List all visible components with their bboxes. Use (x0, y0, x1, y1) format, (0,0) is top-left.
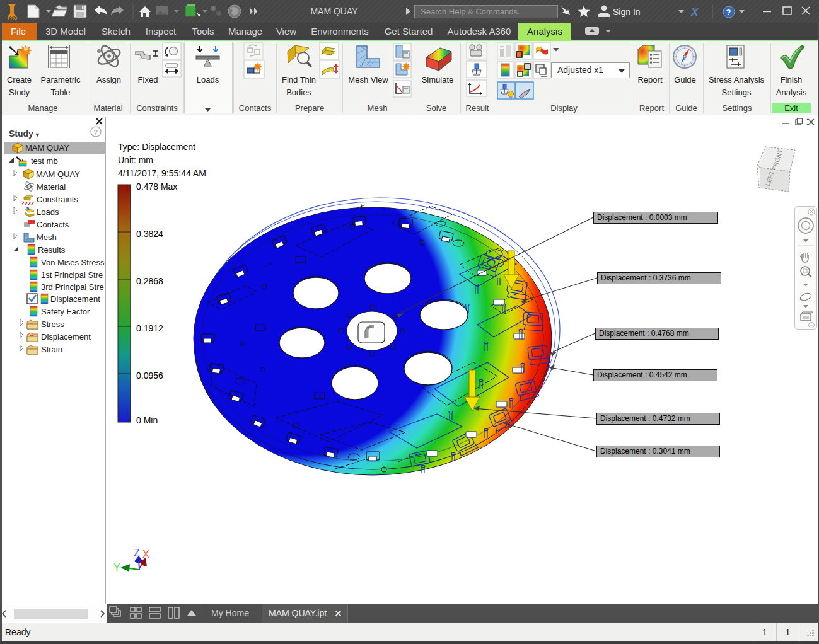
svg-text:PRO: PRO (8, 16, 18, 20)
svg-text:X: X (142, 549, 149, 560)
svg-text:X: X (690, 6, 699, 18)
svg-text:Sign In: Sign In (613, 7, 641, 17)
svg-text:?: ? (726, 8, 731, 17)
svg-text:Y: Y (113, 562, 120, 573)
svg-text:?: ? (94, 129, 98, 136)
svg-text:Z: Z (134, 548, 140, 558)
